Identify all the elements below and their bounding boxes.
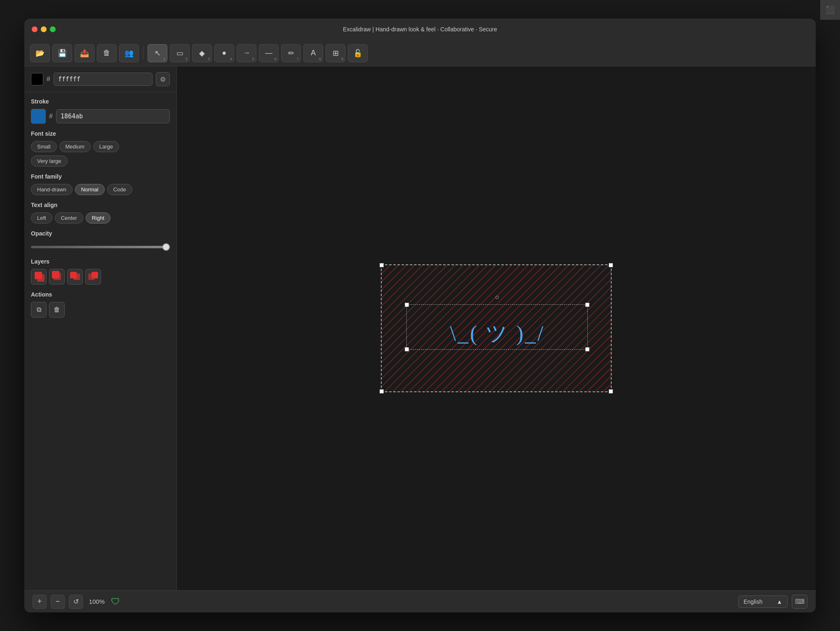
text-element-selection[interactable]: \_( ツ )_/	[406, 304, 588, 350]
font-size-very-large-button[interactable]: Very large	[31, 155, 68, 167]
trash-icon: 🗑	[103, 49, 110, 57]
toolbar: 📂 💾 📤 🗑 👥 ↖ 1 ▭ 2 ◆ 3 ● 4	[24, 40, 816, 66]
rectangle-icon: ▭	[176, 49, 183, 58]
background-color-swatch[interactable]	[31, 73, 43, 85]
minimize-button[interactable]	[41, 26, 47, 32]
reset-icon: ↺	[73, 598, 79, 605]
text-resize-handle-bl[interactable]	[405, 347, 409, 351]
actions-row: ⧉ 🗑	[31, 302, 170, 318]
status-right: English ▲ ⌨	[738, 595, 807, 609]
layer-send-backward-button[interactable]	[67, 269, 83, 285]
export-button[interactable]: 📤	[75, 44, 94, 62]
stroke-section: Stroke #	[31, 98, 170, 124]
background-color-section: # ⚙	[24, 66, 176, 92]
font-family-label: Font family	[31, 173, 170, 180]
diamond-tool-button[interactable]: ◆ 3	[192, 44, 212, 62]
layer-bring-forward-button[interactable]	[85, 269, 101, 285]
layer-bring-to-front-button[interactable]	[49, 269, 65, 285]
actions-section: Actions ⧉ 🗑	[31, 291, 170, 318]
folder-icon: 📂	[35, 49, 45, 58]
export-icon: 📤	[80, 49, 89, 58]
text-resize-handle-br[interactable]	[585, 347, 589, 351]
pencil-icon: ✏	[288, 49, 294, 58]
stroke-label: Stroke	[31, 98, 170, 105]
font-size-small-button[interactable]: Small	[31, 141, 57, 152]
zoom-out-button[interactable]: −	[51, 595, 65, 609]
secure-shield-icon: 🛡	[111, 596, 120, 607]
save-icon: 💾	[58, 49, 67, 58]
align-left-button[interactable]: Left	[31, 212, 52, 224]
font-size-label: Font size	[31, 130, 170, 137]
lock-tool-button[interactable]: 🔓	[348, 44, 368, 62]
close-button[interactable]	[32, 26, 38, 32]
duplicate-button[interactable]: ⧉	[31, 302, 47, 318]
text-icon: A	[311, 49, 316, 57]
titlebar: Excalidraw | Hand-drawn look & feel · Co…	[24, 19, 816, 40]
library-tool-button[interactable]: ⊞ 9	[326, 44, 345, 62]
cursor-icon: ↖	[155, 49, 161, 58]
diamond-icon: ◆	[199, 49, 205, 58]
delete-element-button[interactable]: 🗑	[49, 302, 65, 318]
sidebar-properties: Stroke # Font size Small Medium Large	[24, 92, 176, 590]
keyboard-shortcuts-button[interactable]: ⌨	[792, 595, 807, 609]
arrow-icon: →	[243, 49, 250, 57]
font-size-medium-button[interactable]: Medium	[59, 141, 91, 152]
font-normal-button[interactable]: Normal	[75, 184, 105, 195]
background-settings-button[interactable]: ⚙	[156, 72, 170, 86]
opacity-slider[interactable]	[31, 246, 170, 248]
text-resize-handle-tr[interactable]	[585, 303, 589, 307]
open-file-button[interactable]: 📂	[30, 44, 50, 62]
reset-zoom-button[interactable]: ↺	[69, 595, 83, 609]
plus-icon: +	[38, 597, 42, 606]
layer-send-to-back-button[interactable]	[31, 269, 47, 285]
rectangle-element[interactable]: \_( ツ )_/	[381, 264, 612, 392]
resize-handle-br[interactable]	[609, 389, 613, 393]
ellipse-tool-button[interactable]: ● 4	[214, 44, 234, 62]
line-tool-button[interactable]: — 6	[259, 44, 279, 62]
opacity-slider-container	[31, 241, 170, 252]
font-family-group: Hand-drawn Normal Code	[31, 184, 170, 195]
language-selector[interactable]: English ▲	[738, 596, 788, 608]
share-button[interactable]: 👥	[119, 44, 139, 62]
stroke-hash-label: #	[49, 113, 53, 120]
text-align-label: Text align	[31, 202, 170, 208]
layers-row	[31, 269, 170, 285]
align-right-button[interactable]: Right	[86, 212, 110, 224]
resize-handle-tr[interactable]	[609, 263, 613, 267]
save-button[interactable]: 💾	[52, 44, 72, 62]
rectangle-tool-button[interactable]: ▭ 2	[170, 44, 190, 62]
font-size-large-button[interactable]: Large	[93, 141, 119, 152]
app-window: Excalidraw | Hand-drawn look & feel · Co…	[24, 19, 816, 612]
minus-icon: −	[56, 597, 60, 606]
keyboard-icon: ⌨	[795, 598, 805, 605]
toolbar-divider	[143, 47, 143, 60]
sidebar: # ⚙ Stroke # Font size	[24, 66, 177, 590]
font-hand-drawn-button[interactable]: Hand-drawn	[31, 184, 73, 195]
grid-icon: ⊞	[333, 49, 339, 58]
zoom-in-button[interactable]: +	[33, 595, 47, 609]
canvas-content: \_( ツ )_/	[381, 264, 612, 392]
font-size-group2: Very large	[31, 155, 170, 167]
align-center-button[interactable]: Center	[55, 212, 83, 224]
stroke-row: #	[31, 109, 170, 124]
rotation-handle[interactable]	[495, 296, 499, 299]
stroke-color-input[interactable]	[56, 109, 170, 123]
stroke-color-swatch[interactable]	[31, 109, 46, 124]
text-resize-handle-tl[interactable]	[405, 303, 409, 307]
background-color-input[interactable]	[54, 73, 153, 86]
resize-handle-tl[interactable]	[380, 263, 384, 267]
select-tool-button[interactable]: ↖ 1	[148, 44, 167, 62]
delete-button[interactable]: 🗑	[97, 44, 117, 62]
text-tool-button[interactable]: A 8	[303, 44, 323, 62]
font-code-button[interactable]: Code	[107, 184, 132, 195]
maximize-button[interactable]	[50, 26, 56, 32]
line-icon: —	[265, 49, 272, 57]
text-align-group: Left Center Right	[31, 212, 170, 224]
resize-handle-bl[interactable]	[380, 389, 384, 393]
canvas-area[interactable]: \_( ツ )_/	[177, 66, 816, 590]
text-align-section: Text align Left Center Right	[31, 202, 170, 224]
pencil-tool-button[interactable]: ✏ 7	[281, 44, 301, 62]
arrow-tool-button[interactable]: → 5	[237, 44, 256, 62]
copy-icon: ⧉	[37, 306, 41, 313]
actions-label: Actions	[31, 291, 170, 298]
